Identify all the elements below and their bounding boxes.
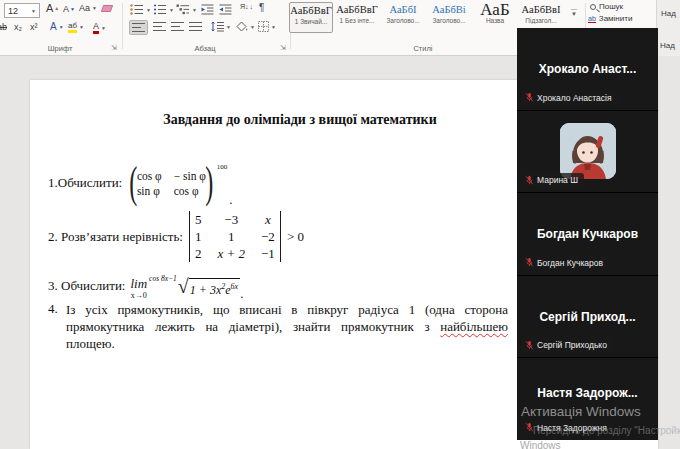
outdent-icon [201,4,214,15]
problem-1-text: 1.Обчислити: [48,175,122,191]
replace-icon: ab [588,15,596,23]
borders-grid-icon [258,21,269,32]
bullets-button[interactable]: ▼ [130,4,151,15]
limit: lim x→0 [130,278,147,302]
align-center-icon [153,22,166,31]
borders-button[interactable]: ▼ [258,21,276,32]
style-card-no-spacing[interactable]: АаБбВвГ 1 Без інте... [335,2,379,33]
mic-muted-icon [525,340,534,351]
paragraph-group-label: Абзац [175,44,235,53]
align-right-button[interactable] [171,22,184,31]
justify-button[interactable] [189,22,202,31]
more-styles-button[interactable]: —▼ [569,7,579,17]
participants-panel: Хрокало Анаст... Хрокало Анастасія [517,28,658,440]
style-card-normal[interactable]: АаБбВвГ 1 Звичай... [289,2,333,33]
matrix-close-paren: ) [205,161,213,205]
participant-name-pill: Хрокало Анастасія [521,91,618,105]
clear-formatting-button[interactable] [102,5,112,12]
eraser-icon [101,5,114,12]
styles-group-label: Стилі [395,44,451,53]
indent-icon [219,4,232,15]
determinant: 5−3x 11−2 2x + 2−1 [189,211,281,262]
style-card-title[interactable]: АаБ Назва [473,2,517,33]
increase-indent-button[interactable] [219,4,232,15]
participant-display-name: Настя Задорож... [517,386,658,400]
decrease-indent-button[interactable] [201,4,214,15]
participant-tile[interactable]: Марина Ш [517,111,658,193]
subscript-button[interactable]: x₂ [14,22,22,32]
justify-icon [189,22,202,31]
participant-tile[interactable]: Сергій Приход... Сергій Приходько [517,276,658,358]
paragraph-dialog-launcher-icon[interactable]: ⇲ [280,44,286,52]
font-size-value: 12 [8,6,18,16]
highlight-color-button[interactable]: аб▼ [68,21,84,33]
align-center-button[interactable] [153,22,166,31]
align-left-icon [132,23,145,32]
sort-button[interactable]: Я↓↓ [240,3,253,10]
problem-2-text: 2. Розв’язати нерівність: [48,229,183,245]
participant-name-pill: Богдан Кучкаров [521,256,609,270]
problem-4-number: 4. [48,301,66,317]
problem-4: 4. Із усіх прямокутників, що вписані в п… [48,301,508,352]
mic-muted-icon [525,257,534,268]
app-root: 12 ▼ A▲ A▼ Aa▼ ab x₂ x² А▼ аб▼ А [0,0,680,449]
replace-button[interactable]: ab Замінити [588,14,632,23]
font-group-label: Шрифт [30,44,90,53]
participant-tile[interactable]: Богдан Кучкаров Богдан Кучкаров [517,193,658,275]
participant-name-pill: Марина Ш [521,173,584,187]
mic-muted-icon [525,92,534,103]
windows-activation-hint-2: Windows [520,440,561,449]
paint-bucket-icon [236,21,248,32]
windows-activation-hint: Перейдіть до розділу "Настройки", [533,425,680,436]
style-card-heading2[interactable]: АаБбВі Заголово... [427,2,471,33]
search-icon [590,4,596,10]
participant-display-name: Хрокало Анаст... [517,62,658,76]
participant-avatar [560,123,616,179]
radical: √ 1 + 3x2e6x [178,278,240,297]
matrix-exponent: 100 [217,163,228,171]
change-case-button[interactable]: Aa▼ [79,3,97,13]
line-spacing-button[interactable]: ▼ [211,21,231,32]
right-edge-label-top: Над [661,9,676,18]
multilevel-list-button[interactable]: ▼ [176,4,197,15]
numbering-button[interactable]: ▼ [153,4,174,15]
font-size-input[interactable]: 12 ▼ [4,3,40,18]
shading-button[interactable]: ▼ [236,21,255,32]
problem-2: 2. Розв’язати нерівність: 5−3x 11−2 2x +… [48,211,304,262]
align-right-icon [171,22,184,31]
shrink-font-button[interactable]: A▼ [63,4,75,14]
font-dialog-launcher-icon[interactable]: ⇲ [111,44,117,52]
problem-4-text: Із усіх прямокутників, що вписані в півк… [66,301,508,352]
style-card-heading1[interactable]: АаБбІ Заголово... [381,2,425,33]
superscript-button[interactable]: x² [30,22,38,32]
problem-1: 1.Обчислити: ( cos φ− sin φ sin φcos φ )… [48,158,232,208]
participant-tile[interactable]: Хрокало Анаст... Хрокало Анастасія [517,28,658,110]
align-left-button[interactable] [129,20,148,35]
participant-display-name: Богдан Кучкаров [517,227,658,241]
show-formatting-button[interactable]: ¶ [259,2,264,13]
bullet-list-icon [130,4,144,15]
root-index: cos 8x−1 [149,274,177,283]
document-title: Завдання до олімпіади з вищої математики [70,112,530,128]
text-effects-button[interactable]: А▼ [50,21,64,32]
windows-activation-watermark: Активація Windows [521,404,641,419]
radical-sign: √ [178,278,189,294]
numbered-list-icon [153,4,167,15]
matrix: cos φ− sin φ sin φcos φ [137,170,206,197]
find-button[interactable]: Пошук [590,2,623,11]
pilcrow-icon: ¶ [259,2,264,13]
right-edge-label-bottom: Над [660,41,675,50]
inequality-sign: > 0 [287,229,304,245]
problem-3-text: 3. Обчислити: [48,278,125,294]
multilevel-list-icon [176,4,190,15]
matrix-open-paren: ( [130,161,138,205]
grow-font-button[interactable]: A▲ [46,2,59,14]
strikethrough-button[interactable]: ab [0,22,7,32]
participant-name-pill: Сергій Приходько [521,338,613,352]
chevron-down-icon: ▼ [31,8,36,14]
misspelled-word: найбільшею [440,319,508,334]
font-color-button[interactable]: А▼ [93,21,106,34]
line-spacing-icon [211,21,224,32]
participant-display-name: Сергій Приход... [517,310,658,324]
mic-muted-icon [525,175,534,186]
